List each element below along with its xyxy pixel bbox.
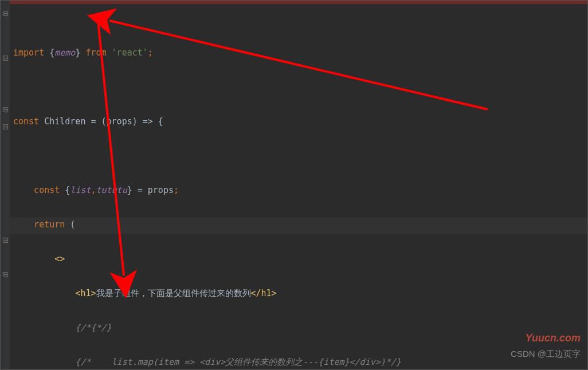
code-editor[interactable]: import {memo} from 'react'; const Childr…: [1, 4, 587, 370]
code-content: import {memo} from 'react'; const Childr…: [13, 27, 587, 370]
